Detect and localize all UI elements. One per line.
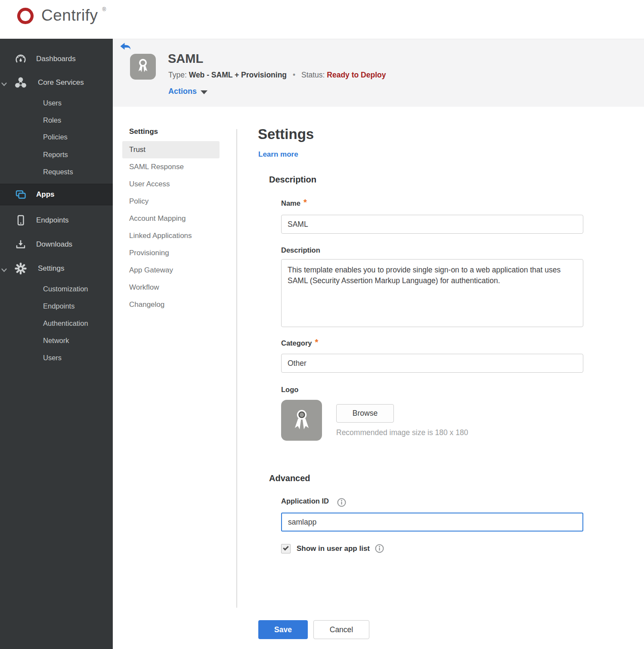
save-button[interactable]: Save [258, 620, 308, 639]
apps-icon [14, 188, 27, 201]
application-id-input[interactable] [281, 513, 583, 532]
show-in-user-app-list-label: Show in user app list [297, 544, 370, 553]
show-in-user-app-list-row: Show in user app list [281, 543, 384, 554]
status-value: Ready to Deploy [327, 71, 386, 79]
name-input[interactable] [281, 215, 583, 234]
subnav-item-policy[interactable]: Policy [122, 193, 220, 210]
sidebar-item-settings-users[interactable]: Users [0, 348, 113, 368]
learn-more-link[interactable]: Learn more [258, 150, 298, 159]
type-label: Type: [168, 71, 187, 79]
caret-down-icon [201, 90, 207, 94]
actions-dropdown[interactable]: Actions [168, 87, 207, 96]
actions-label: Actions [168, 87, 197, 96]
status-label: Status: [301, 71, 325, 79]
gear-icon [14, 262, 27, 275]
subnav-item-app-gateway[interactable]: App Gateway [122, 262, 220, 279]
core-services-icon [14, 76, 27, 89]
category-input[interactable] [281, 354, 583, 373]
logo-field-label: Logo [281, 386, 298, 394]
meta-separator: • [293, 71, 295, 79]
download-icon [14, 238, 27, 251]
subnav-item-workflow[interactable]: Workflow [122, 279, 220, 296]
browse-button[interactable]: Browse [336, 404, 394, 423]
name-field-label: Name * [281, 199, 307, 207]
subnav-item-provisioning[interactable]: Provisioning [122, 244, 220, 262]
logo-preview [281, 400, 322, 441]
sidebar-item-requests[interactable]: Requests [0, 162, 113, 182]
brand-trademark: ® [102, 6, 106, 12]
subnav: Trust SAML Response User Access Policy A… [122, 141, 220, 313]
advanced-section-heading: Advanced [269, 473, 310, 483]
sidebar-item-downloads[interactable]: Downloads [0, 235, 113, 254]
sidebar-item-policies[interactable]: Policies [0, 127, 113, 147]
centrify-logo-icon [15, 3, 37, 28]
subnav-item-linked-applications[interactable]: Linked Applications [122, 227, 220, 244]
gauge-icon [14, 53, 27, 65]
description-textarea[interactable]: This template enables you to provide sin… [281, 259, 583, 327]
required-asterisk: * [303, 199, 307, 205]
ribbon-award-icon [135, 58, 151, 76]
subnav-item-trust[interactable]: Trust [122, 141, 220, 158]
ribbon-award-icon [290, 407, 314, 434]
subnav-header: Settings [129, 127, 158, 136]
app-logo-tile [130, 54, 156, 80]
subnav-item-changelog[interactable]: Changelog [122, 296, 220, 313]
device-icon [14, 214, 27, 227]
sidebar-item-endpoints[interactable]: Endpoints [0, 210, 113, 230]
sidebar-item-dashboards[interactable]: Dashboards [0, 49, 113, 69]
description-section-heading: Description [269, 175, 316, 185]
type-value: Web - SAML + Provisioning [189, 71, 287, 79]
logo-size-hint: Recommended image size is 180 x 180 [336, 428, 468, 437]
cancel-button[interactable]: Cancel [313, 620, 369, 639]
sidebar-item-settings[interactable]: Settings [0, 259, 113, 278]
sidebar-item-apps[interactable]: Apps [0, 184, 113, 205]
page-header: SAML Type: Web - SAML + Provisioning • S… [113, 39, 644, 107]
checkmark-icon [283, 544, 288, 550]
app-root: Centrify ® Dashboards [0, 0, 644, 649]
chevron-down-icon [1, 80, 7, 88]
application-id-label: Application ID [281, 497, 346, 508]
info-icon[interactable] [375, 544, 384, 555]
show-in-user-app-list-checkbox[interactable] [281, 544, 291, 553]
info-icon[interactable] [337, 498, 346, 509]
top-bar: Centrify ® [0, 0, 644, 39]
form-title: Settings [258, 126, 314, 142]
page-title: SAML [168, 52, 203, 66]
subnav-item-account-mapping[interactable]: Account Mapping [122, 210, 220, 227]
description-field-label: Description [281, 246, 320, 254]
brand-name: Centrify [41, 6, 98, 25]
subnav-item-saml-response[interactable]: SAML Response [122, 158, 220, 176]
chevron-down-icon [1, 266, 7, 274]
app-meta: Type: Web - SAML + Provisioning • Status… [168, 71, 386, 80]
back-button[interactable] [120, 42, 131, 52]
centrify-brand: Centrify ® [15, 3, 106, 28]
category-field-label: Category * [281, 339, 318, 347]
sidebar-item-core-services[interactable]: Core Services [0, 73, 113, 93]
back-arrow-icon [120, 46, 131, 53]
sidebar: Dashboards Core Services Users Roles [0, 39, 113, 649]
required-asterisk: * [315, 339, 319, 345]
subnav-item-user-access[interactable]: User Access [122, 176, 220, 193]
vertical-divider [236, 129, 237, 608]
